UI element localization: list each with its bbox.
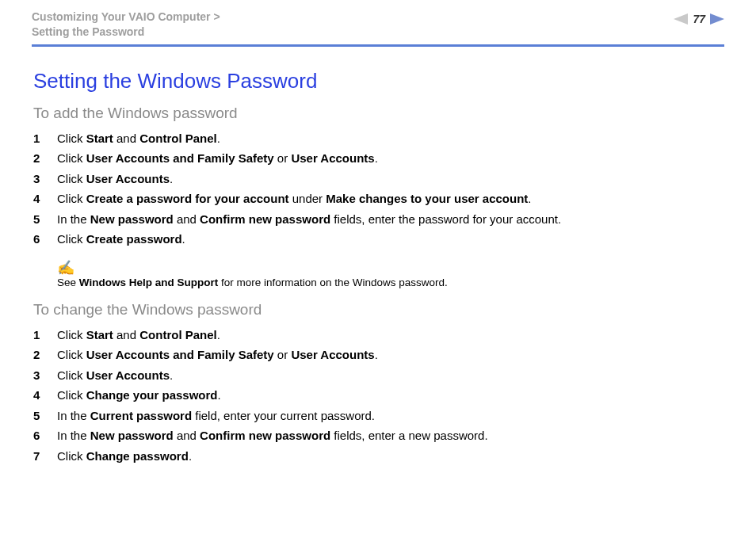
step-item: Click User Accounts. bbox=[33, 169, 723, 189]
header-rule bbox=[32, 44, 724, 47]
page-title: Setting the Windows Password bbox=[33, 69, 723, 93]
page-content: Setting the Windows Password To add the … bbox=[32, 69, 724, 467]
step-item: Click Change password. bbox=[33, 446, 723, 467]
note-icon: ✍ bbox=[57, 261, 723, 275]
next-page-button[interactable] bbox=[710, 13, 724, 25]
breadcrumb-line-1: Customizing Your VAIO Computer bbox=[32, 10, 220, 25]
breadcrumb-line-2: Setting the Password bbox=[32, 25, 220, 40]
breadcrumb: Customizing Your VAIO Computer Setting t… bbox=[32, 10, 220, 40]
section-heading-change: To change the Windows password bbox=[33, 301, 723, 318]
svg-marker-1 bbox=[710, 13, 724, 25]
document-page: Customizing Your VAIO Computer Setting t… bbox=[0, 0, 756, 534]
step-item: Click Change your password. bbox=[33, 385, 723, 406]
svg-marker-0 bbox=[674, 13, 688, 25]
step-item: Click Create password. bbox=[33, 229, 723, 250]
note-text: See Windows Help and Support for more in… bbox=[57, 277, 723, 288]
page-navigator: 77 bbox=[674, 13, 724, 25]
page-header: Customizing Your VAIO Computer Setting t… bbox=[32, 10, 724, 40]
section-heading-add: To add the Windows password bbox=[33, 105, 723, 122]
step-item: Click User Accounts. bbox=[33, 365, 723, 386]
page-number: 77 bbox=[693, 13, 705, 25]
step-item: Click User Accounts and Family Safety or… bbox=[33, 345, 723, 365]
step-item: Click Create a password for your account… bbox=[33, 189, 723, 209]
steps-list-change: Click Start and Control Panel.Click User… bbox=[33, 325, 723, 467]
step-item: Click Start and Control Panel. bbox=[33, 325, 723, 345]
note-block: ✍ See Windows Help and Support for more … bbox=[57, 261, 723, 288]
step-item: In the Current password field, enter you… bbox=[33, 406, 723, 426]
step-item: In the New password and Confirm new pass… bbox=[33, 425, 723, 446]
step-item: Click User Accounts and Family Safety or… bbox=[33, 148, 723, 169]
steps-list-add: Click Start and Control Panel.Click User… bbox=[33, 128, 723, 250]
step-item: Click Start and Control Panel. bbox=[33, 128, 723, 149]
prev-page-button[interactable] bbox=[674, 13, 688, 25]
step-item: In the New password and Confirm new pass… bbox=[33, 209, 723, 230]
